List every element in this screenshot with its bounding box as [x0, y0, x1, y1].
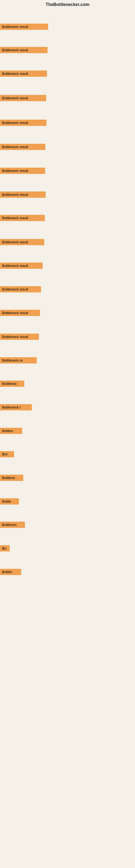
- bottleneck-row: Bottleneck result: [0, 70, 47, 78]
- bottleneck-row: Bottle: [0, 498, 19, 506]
- bottleneck-row: Bottleneck result: [0, 144, 45, 151]
- bottleneck-row: Bottleneck result: [0, 47, 48, 54]
- bottleneck-bar-10: Bottleneck result: [0, 239, 44, 245]
- bottleneck-bar-12: Bottleneck result: [0, 286, 41, 292]
- bottleneck-bar-23: Bo: [0, 545, 10, 552]
- bottleneck-bar-4: Bottleneck result: [0, 95, 46, 101]
- bottleneck-bar-15: Bottleneck re: [0, 357, 37, 364]
- bottleneck-row: Bottleneck result: [0, 95, 46, 102]
- bottleneck-bar-19: Bot: [0, 451, 14, 457]
- bottleneck-bar-3: Bottleneck result: [0, 70, 47, 77]
- bottleneck-bar-22: Bottlenec: [0, 522, 25, 528]
- bottleneck-row: Bottleneck result: [0, 286, 41, 293]
- bottleneck-row: Bottleneck result: [0, 191, 46, 199]
- bottleneck-bar-1: Bottleneck result: [0, 24, 48, 30]
- bottleneck-bar-13: Bottleneck result: [0, 310, 40, 316]
- bottleneck-bar-7: Bottleneck result: [0, 167, 45, 174]
- bottleneck-bar-20: Bottlene: [0, 475, 23, 481]
- bottleneck-bar-24: Bottler: [0, 569, 21, 575]
- bottleneck-row: Bottleneck re: [0, 357, 37, 365]
- bottleneck-bar-11: Bottleneck result: [0, 262, 43, 269]
- bottleneck-bar-21: Bottle: [0, 498, 19, 504]
- bottleneck-row: Bottleneck result: [0, 310, 40, 317]
- bottleneck-row: Bottlenec: [0, 380, 24, 388]
- bottleneck-bar-5: Bottleneck result: [0, 120, 46, 126]
- bottleneck-bar-2: Bottleneck result: [0, 47, 48, 53]
- bottleneck-row: Bot: [0, 451, 14, 458]
- bottleneck-bar-18: Bottlen: [0, 428, 22, 434]
- bottleneck-row: Bottleneck result: [0, 239, 44, 246]
- bottleneck-bar-9: Bottleneck result: [0, 215, 45, 221]
- bottleneck-row: Bottleneck r: [0, 404, 32, 411]
- bottleneck-row: Bottleneck result: [0, 24, 48, 31]
- bottleneck-row: Bottlene: [0, 475, 23, 482]
- bottleneck-bar-17: Bottleneck r: [0, 404, 32, 410]
- bottleneck-bar-14: Bottleneck result: [0, 334, 39, 340]
- bottleneck-row: Bottleneck result: [0, 167, 45, 175]
- bottleneck-row: Bottlenec: [0, 522, 25, 529]
- site-title: TheBottlenecker.com: [0, 0, 135, 8]
- bottleneck-row: Bottleneck result: [0, 120, 46, 127]
- bottleneck-row: Bottleneck result: [0, 215, 45, 222]
- bottleneck-row: Bottler: [0, 569, 21, 576]
- bottleneck-bar-16: Bottlenec: [0, 380, 24, 387]
- bottleneck-row: Bottleneck result: [0, 262, 43, 270]
- bottleneck-row: Bottleneck result: [0, 334, 39, 341]
- bottleneck-bar-6: Bottleneck result: [0, 144, 45, 150]
- bottleneck-row: Bottlen: [0, 428, 22, 435]
- bottleneck-row: Bo: [0, 545, 10, 553]
- bottleneck-bar-8: Bottleneck result: [0, 191, 46, 198]
